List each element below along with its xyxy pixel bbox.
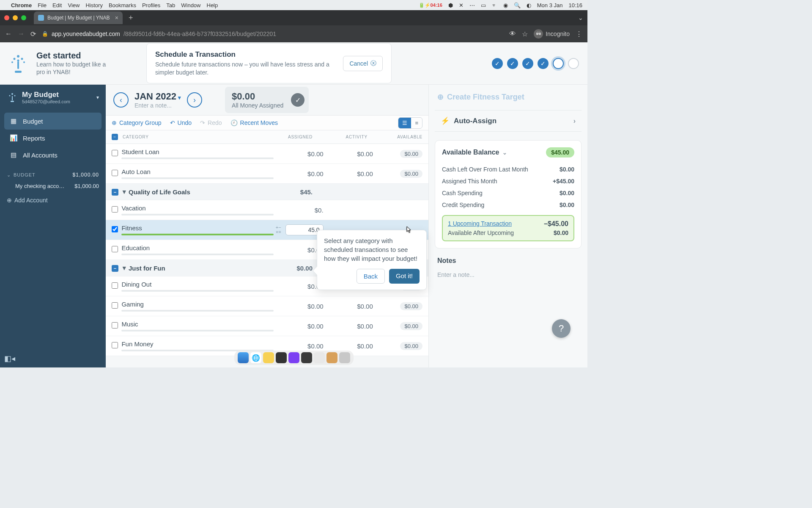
menu-bookmarks[interactable]: Bookmarks [109, 2, 136, 8]
status-icon-2[interactable]: ✕ [459, 2, 464, 8]
dock-app-7[interactable] [314, 352, 325, 363]
category-row[interactable]: Student Loan $0.00 $0.00 $0.00 [106, 144, 428, 164]
close-window-icon[interactable] [4, 15, 9, 20]
menubar-time[interactable]: 10:16 [568, 2, 582, 8]
view-toggle[interactable]: ☰ ≡ [398, 117, 422, 129]
spotlight-icon[interactable]: 🔍 [514, 2, 521, 8]
notes-input[interactable]: Enter a note... [437, 271, 579, 278]
menu-tab[interactable]: Tab [166, 2, 175, 8]
assigned-cell[interactable]: +−×= [274, 224, 323, 235]
chevron-down-icon[interactable]: ⌄ [502, 149, 507, 156]
back-button[interactable]: ← [5, 30, 12, 38]
group-checkbox[interactable]: − [112, 189, 118, 196]
incognito-badge[interactable]: 🕶Incognito [534, 29, 570, 39]
row-checkbox[interactable] [112, 282, 118, 289]
assigned-cell[interactable]: $0.00 [274, 246, 323, 254]
dock-app-6[interactable] [301, 352, 312, 363]
popover-gotit-button[interactable]: Got it! [389, 269, 420, 284]
address-bar[interactable]: 🔒 app.youneedabudget.com/88d9501d-fd6b-4… [42, 30, 503, 37]
prev-month-button[interactable]: ‹ [113, 92, 129, 108]
reload-button[interactable]: ⟳ [30, 30, 36, 38]
view-bars-icon[interactable]: ☰ [398, 118, 411, 128]
battery-status-icon[interactable]: ▭ [481, 2, 486, 8]
dock-app-5[interactable] [288, 352, 299, 363]
assigned-cell[interactable]: $0.00 [274, 342, 323, 350]
menu-view[interactable]: View [68, 2, 80, 8]
assigned-cell[interactable]: $0.00 [274, 170, 323, 177]
browser-tab[interactable]: Budget | My Budget | YNAB × [34, 11, 123, 24]
sidebar-item-reports[interactable]: 📊 Reports [4, 130, 102, 146]
recent-moves-button[interactable]: 🕘Recent Moves [230, 119, 278, 126]
bookmark-star-icon[interactable]: ☆ [522, 30, 528, 38]
tabs-dropdown-icon[interactable]: ⌄ [578, 14, 583, 21]
dock-app-4[interactable] [276, 352, 287, 363]
row-checkbox[interactable] [112, 170, 118, 176]
group-checkbox[interactable]: − [112, 265, 118, 272]
menu-profiles[interactable]: Profiles [142, 2, 160, 8]
control-center-icon[interactable]: ◉ [503, 2, 508, 8]
month-selector[interactable]: JAN 2022▾ [134, 91, 181, 102]
category-row[interactable]: Auto Loan $0.00 $0.00 $0.00 [106, 164, 428, 184]
siri-icon[interactable]: ◐ [527, 2, 531, 8]
menu-help[interactable]: Help [207, 2, 218, 8]
sidebar-account[interactable]: My checking acco… $1,000.00 [0, 179, 106, 193]
row-checkbox[interactable] [112, 302, 118, 309]
select-all-checkbox[interactable]: − [112, 134, 118, 140]
category-row[interactable]: Music $0.00 $0.00 $0.00 [106, 316, 428, 336]
collapse-sidebar-button[interactable]: ◧◂ [0, 350, 19, 367]
undo-button[interactable]: ↶Undo [170, 119, 192, 126]
category-row[interactable]: Vacation $0. [106, 200, 428, 220]
assigned-cell[interactable]: $0.00 [274, 283, 323, 290]
assigned-cell[interactable]: $0.00 [274, 150, 323, 157]
row-checkbox[interactable] [112, 246, 118, 252]
budget-selector[interactable]: My Budget 5d485270@uifeed.com ▾ [0, 85, 106, 110]
menu-file[interactable]: File [38, 2, 47, 8]
new-tab-button[interactable]: + [126, 14, 136, 22]
dock-app-1[interactable] [238, 352, 249, 363]
status-icon-3[interactable]: ⋯ [469, 2, 475, 8]
add-account-button[interactable]: ⊕ Add Account [0, 193, 106, 208]
dock-app-3[interactable] [263, 352, 274, 363]
row-checkbox[interactable] [112, 322, 118, 329]
menu-window[interactable]: Window [181, 2, 200, 8]
upcoming-link[interactable]: 1 Upcoming Transaction [448, 220, 512, 228]
category-row[interactable]: Gaming $0.00 $0.00 $0.00 [106, 296, 428, 316]
browser-menu-icon[interactable]: ⋮ [576, 30, 582, 38]
popover-back-button[interactable]: Back [357, 269, 385, 284]
eye-off-icon[interactable]: 👁 [509, 30, 516, 38]
next-month-button[interactable]: › [187, 92, 202, 108]
menubar-app[interactable]: Chrome [11, 2, 32, 8]
row-checkbox[interactable] [112, 150, 118, 156]
status-icon-1[interactable]: ⬢ [448, 2, 453, 8]
menu-history[interactable]: History [85, 2, 102, 8]
dock-trash[interactable] [339, 352, 350, 363]
assigned-cell[interactable]: $0.00 [274, 323, 323, 330]
menu-edit[interactable]: Edit [52, 2, 62, 8]
lock-icon[interactable]: 🔒 [42, 31, 48, 37]
calculator-icon[interactable]: +−×= [276, 225, 281, 235]
maximize-window-icon[interactable] [21, 15, 26, 20]
close-tab-icon[interactable]: × [115, 14, 118, 21]
money-assigned-pill[interactable]: $0.00 All Money Assigned ✓ [225, 87, 309, 113]
row-checkbox[interactable] [112, 226, 118, 232]
minimize-window-icon[interactable] [13, 15, 18, 20]
sidebar-item-accounts[interactable]: ▤ All Accounts [4, 146, 102, 163]
wifi-icon[interactable]: ᯤ [492, 2, 497, 8]
sidebar-item-budget[interactable]: ▦ Budget [4, 113, 102, 130]
window-controls[interactable] [4, 15, 26, 20]
view-list-icon[interactable]: ≡ [411, 118, 422, 128]
row-checkbox[interactable] [112, 342, 118, 348]
auto-assign-button[interactable]: ⚡ Auto-Assign › [435, 110, 582, 132]
menubar-date[interactable]: Mon 3 Jan [537, 2, 563, 8]
add-category-group-button[interactable]: ⊕Category Group [112, 119, 162, 126]
assigned-cell[interactable]: $0.00 [274, 303, 323, 310]
dock-app-8[interactable] [326, 352, 337, 363]
sidebar-section-budget[interactable]: ⌄ BUDGET $1,000.00 [0, 166, 106, 179]
assigned-cell[interactable]: $0. [274, 207, 323, 214]
category-group-row[interactable]: − ▾ Quality of Life Goals $45. [106, 184, 428, 200]
dock-app-2[interactable]: 🌐 [250, 352, 261, 363]
cancel-button[interactable]: Cancel ⓧ [343, 56, 383, 71]
help-button[interactable]: ? [552, 319, 571, 338]
row-checkbox[interactable] [112, 206, 118, 213]
create-target-link[interactable]: ⊕ Create Fitness Target [429, 92, 587, 106]
